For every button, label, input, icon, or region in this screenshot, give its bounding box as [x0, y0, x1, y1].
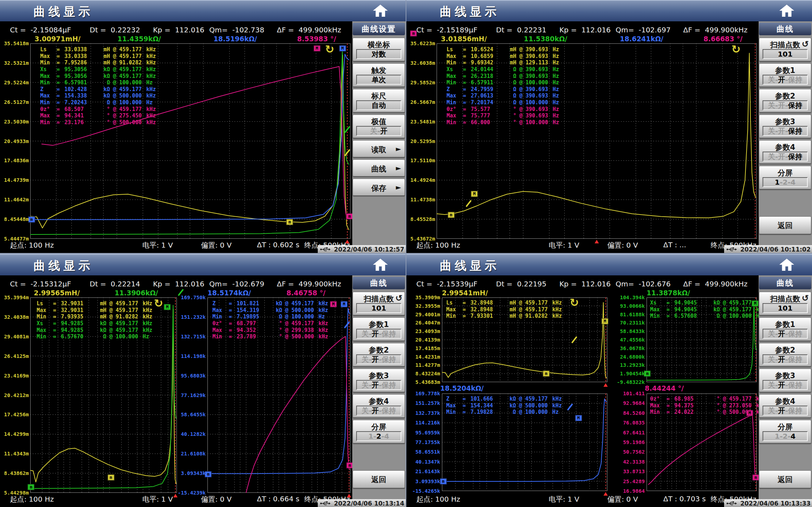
- plot-area[interactable]: θz°=68.985°@459.177kHzMax=94.375°@273.05…: [647, 394, 757, 491]
- home-icon[interactable]: [779, 258, 795, 271]
- home-icon[interactable]: [372, 258, 389, 271]
- split-screen-button[interactable]: 分屏1-2-4: [353, 420, 405, 443]
- sweep-restart-icon[interactable]: ↻: [732, 43, 741, 56]
- meas-cell: 390.693: [526, 53, 553, 59]
- y-axis-labels: 169.750k151.232k132.715k114.198k95.6803k…: [177, 297, 206, 493]
- split-screen-button[interactable]: 分屏1-2-4: [759, 420, 811, 443]
- sweep-points-button[interactable]: 扫描点数↺101: [759, 38, 811, 61]
- split-screen-button[interactable]: 分屏1-2-4: [759, 166, 811, 189]
- param3-button[interactable]: 参数3关-开-保持: [759, 115, 811, 138]
- scale-mode-button[interactable]: 标尺自动: [353, 89, 405, 112]
- plot-area[interactable]: Ls=32.8948mH@459.177kHzMax=32.8948mH@459…: [442, 297, 607, 382]
- meas-cell: 7.93935: [61, 313, 89, 320]
- button-value[interactable]: 关-开-保持: [763, 152, 808, 162]
- meas-cell: θz°: [650, 396, 666, 402]
- plot-area[interactable]: Ls=33.0338mH@459.177kHzMax=33.0338mH@459…: [30, 43, 350, 239]
- param1-button[interactable]: 参数1关-开-保持: [759, 317, 811, 341]
- button-value[interactable]: 关-开-保持: [356, 380, 401, 390]
- sweep-points-button[interactable]: 扫描点数↺101: [759, 292, 811, 315]
- plot-area[interactable]: Xs=94.9045kΩ@459.177kHzMax=94.9045kΩ@459…: [647, 297, 757, 382]
- home-icon[interactable]: [779, 4, 795, 17]
- param2-button[interactable]: 参数2关-开-保持: [353, 343, 405, 366]
- param1-button[interactable]: 参数1关-开-保持: [759, 63, 811, 87]
- meas-cell: kHz: [146, 93, 160, 99]
- button-value[interactable]: 单次: [356, 75, 401, 85]
- button-value[interactable]: 关-开-保持: [763, 100, 808, 110]
- param4-button[interactable]: 参数4关-开-保持: [353, 394, 405, 418]
- axis-label: 32.6038m: [410, 60, 435, 66]
- button-value[interactable]: 自动: [356, 100, 401, 110]
- plot-area[interactable]: Ls=32.9031mH@459.177kHzMax=32.9031mH@459…: [30, 297, 177, 493]
- button-value[interactable]: 1-2-4: [763, 431, 808, 441]
- submenu-arrow-icon: ►: [396, 164, 401, 172]
- button-label: 参数3: [759, 371, 811, 381]
- button-value[interactable]: 关-开-保持: [763, 354, 808, 364]
- meas-cell: Hz: [146, 99, 160, 106]
- refresh-icon[interactable]: ↺: [802, 293, 809, 303]
- back-button[interactable]: 返回: [353, 470, 405, 488]
- back-button[interactable]: 返回: [759, 216, 811, 234]
- button-value[interactable]: 101: [763, 49, 808, 59]
- button-value[interactable]: 关-开-保持: [763, 75, 808, 85]
- button-value[interactable]: 关-开-保持: [356, 354, 401, 364]
- meas-cell: @: [110, 112, 119, 119]
- param3-button[interactable]: 参数3关-开-保持: [759, 369, 811, 392]
- meas-row: Min=7.20174Ω@100.000Hz: [447, 99, 567, 106]
- status-strip: 2022/04/06 10:13:33: [724, 499, 812, 507]
- meas-cell: Min: [40, 99, 57, 106]
- param2-button[interactable]: 参数2关-开-保持: [759, 89, 811, 112]
- meas-cell: @: [110, 53, 119, 59]
- button-value[interactable]: 对数: [356, 49, 401, 59]
- button-value[interactable]: 关-开-保持: [763, 126, 808, 136]
- button-label: 触发: [353, 65, 405, 75]
- axis-label: 32.3955m: [415, 303, 440, 309]
- meas-cell: 23.789: [237, 333, 265, 340]
- param4-button[interactable]: 参数4关-开-保持: [759, 140, 811, 164]
- sweep-restart-icon[interactable]: ↻: [570, 296, 579, 309]
- usb-icon: [726, 501, 737, 507]
- button-value[interactable]: 1-2-4: [356, 431, 401, 441]
- curve-button[interactable]: 曲线►: [353, 159, 405, 176]
- marker-min: m: [543, 371, 549, 377]
- button-value[interactable]: 关-开-保持: [356, 329, 401, 339]
- param2-button[interactable]: 参数2关-开-保持: [759, 343, 811, 366]
- home-icon[interactable]: [372, 4, 389, 17]
- plot-area[interactable]: Ls=10.6524mH@390.693HzMax=10.6859mH@390.…: [437, 43, 757, 239]
- plot-area[interactable]: Z=101.666kΩ@459.177kHzMax=154.344kΩ@500.…: [442, 394, 607, 491]
- axis-label: 26.4125m: [4, 353, 29, 359]
- meas-cell: @: [516, 79, 526, 86]
- meas-cell: 459.177: [729, 396, 756, 402]
- button-value[interactable]: 关-开-保持: [763, 406, 808, 416]
- sweep-restart-icon[interactable]: ↻: [154, 297, 163, 310]
- button-value[interactable]: 关-开-保持: [763, 380, 808, 390]
- save-button[interactable]: 保存►: [353, 179, 405, 196]
- refresh-icon[interactable]: ↺: [395, 293, 402, 303]
- meas-cell: Min: [446, 409, 463, 415]
- refresh-icon[interactable]: ↺: [802, 39, 809, 49]
- sweep-points-button[interactable]: 扫描点数↺101: [353, 292, 405, 315]
- button-value[interactable]: 101: [356, 303, 401, 313]
- param3-button[interactable]: 参数3关-开-保持: [353, 369, 405, 392]
- button-value[interactable]: 关-开-保持: [763, 329, 808, 339]
- meas-cell: 154.338: [64, 93, 93, 99]
- extremum-button[interactable]: 极值关-开: [353, 115, 405, 138]
- param4-button[interactable]: 参数4关-开-保持: [759, 394, 811, 418]
- button-value[interactable]: 关-开-保持: [356, 406, 401, 416]
- plot-area[interactable]: Z=101.821kΩ@459.177kHzMax=154.319kΩ@500.…: [207, 297, 350, 493]
- sweep-restart-icon[interactable]: ↻: [325, 43, 334, 56]
- button-value[interactable]: 101: [763, 303, 808, 313]
- meas-cell: @: [720, 402, 729, 409]
- meas-cell: =: [463, 306, 470, 313]
- axis-label: 29.4001m: [415, 312, 440, 317]
- axis-label: 32.5321m: [4, 60, 29, 66]
- x-axis-mode-button[interactable]: 横坐标对数: [353, 38, 405, 61]
- button-value[interactable]: 1-2-4: [763, 177, 808, 187]
- meas-cell: @: [720, 313, 729, 319]
- param1-button[interactable]: 参数1关-开-保持: [353, 317, 405, 341]
- button-value[interactable]: 关-开: [356, 126, 401, 136]
- meas-cell: @: [516, 93, 526, 99]
- axis-label: 151.232k: [181, 314, 206, 320]
- back-button[interactable]: 返回: [759, 470, 811, 488]
- read-button[interactable]: 读取►: [353, 140, 405, 157]
- trigger-button[interactable]: 触发单次: [353, 63, 405, 87]
